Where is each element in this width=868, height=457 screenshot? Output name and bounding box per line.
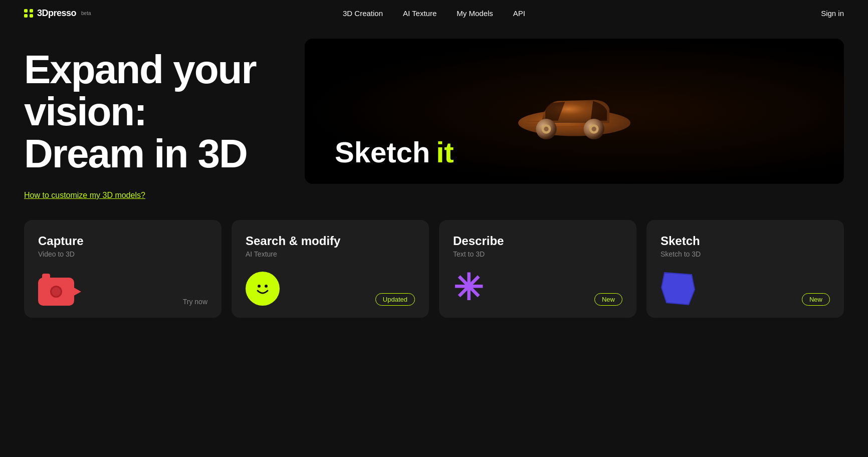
- smiley-icon: [246, 272, 280, 306]
- sketch-card-bottom: New: [661, 261, 830, 306]
- capture-title: Capture: [38, 234, 207, 248]
- search-modify-badge: Updated: [375, 293, 415, 306]
- sketch-icon: [661, 271, 696, 306]
- camera-icon: [38, 278, 74, 306]
- sign-in-button[interactable]: Sign in: [821, 9, 844, 18]
- car-svg: [504, 66, 644, 156]
- card-capture[interactable]: Capture Video to 3D Try now: [24, 220, 222, 318]
- nav-ai-texture[interactable]: AI Texture: [403, 9, 437, 18]
- nav-links: 3D Creation AI Texture My Models API: [343, 9, 525, 18]
- nav-api[interactable]: API: [513, 9, 525, 18]
- cards-section: Capture Video to 3D Try now Search & mod…: [0, 220, 868, 318]
- search-modify-card-bottom: Updated: [246, 262, 415, 306]
- logo-beta: beta: [81, 11, 91, 16]
- camera-bump: [42, 274, 50, 279]
- describe-title: Describe: [453, 234, 622, 248]
- search-modify-subtitle: AI Texture: [246, 250, 415, 258]
- logo-text: 3Dpresso: [37, 8, 76, 19]
- hero-title-line1: Expand your: [24, 47, 256, 92]
- card-search-modify[interactable]: Search & modify AI Texture Updated: [232, 220, 429, 318]
- capture-badge: Try now: [183, 298, 207, 306]
- card-describe[interactable]: Describe Text to 3D ✳ New: [439, 220, 636, 318]
- hero-title: Expand your vision: Dream in 3D: [24, 49, 285, 175]
- nav-3d-creation[interactable]: 3D Creation: [343, 9, 383, 18]
- svg-point-10: [252, 278, 274, 300]
- hero-subtitle-link[interactable]: How to customize my 3D models?: [24, 191, 145, 199]
- hero-section: Expand your vision: Dream in 3D How to c…: [0, 27, 868, 220]
- svg-point-12: [265, 285, 268, 288]
- sketch-badge: New: [802, 293, 830, 306]
- hero-title-line2: vision:: [24, 89, 146, 134]
- hero-left: Expand your vision: Dream in 3D How to c…: [24, 39, 285, 200]
- svg-point-6: [592, 127, 596, 131]
- logo[interactable]: 3Dpresso beta: [24, 8, 91, 19]
- card-sketch[interactable]: Sketch Sketch to 3D New: [646, 220, 844, 318]
- describe-subtitle: Text to 3D: [453, 250, 622, 258]
- hero-overlay-text: Sketch it: [335, 135, 454, 169]
- svg-point-9: [544, 127, 548, 131]
- camera-lens: [50, 286, 62, 298]
- it-word: it: [436, 135, 454, 169]
- asterisk-icon: ✳: [453, 270, 483, 306]
- capture-subtitle: Video to 3D: [38, 250, 207, 258]
- sketch-word: Sketch: [335, 135, 430, 169]
- describe-badge: New: [594, 293, 622, 306]
- svg-point-11: [258, 285, 261, 288]
- hero-video-panel: Sketch it: [305, 39, 844, 184]
- capture-card-bottom: Try now: [38, 268, 207, 306]
- sketch-title: Sketch: [661, 234, 830, 248]
- describe-card-bottom: ✳ New: [453, 260, 622, 306]
- search-modify-title: Search & modify: [246, 234, 415, 248]
- hero-image: Sketch it: [305, 39, 844, 184]
- nav-my-models[interactable]: My Models: [457, 9, 493, 18]
- smiley-svg: [252, 278, 274, 300]
- hero-title-line3: Dream in 3D: [24, 131, 247, 176]
- sketch-subtitle: Sketch to 3D: [661, 250, 830, 258]
- logo-icon: [24, 9, 33, 18]
- navbar: 3Dpresso beta 3D Creation AI Texture My …: [0, 0, 868, 27]
